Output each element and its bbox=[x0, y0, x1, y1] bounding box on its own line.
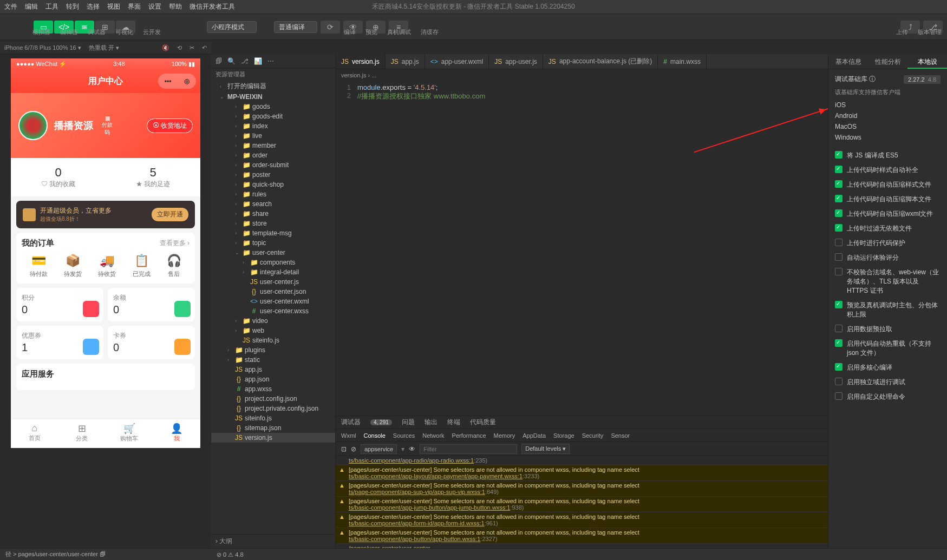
avatar[interactable] bbox=[18, 111, 48, 140]
tab-item[interactable]: ⌂首页 bbox=[11, 419, 58, 448]
search-tree-icon[interactable]: 🔍 bbox=[227, 57, 236, 65]
checkbox[interactable] bbox=[835, 209, 842, 217]
cards-box[interactable]: 卡券0 bbox=[108, 326, 195, 359]
menu-item[interactable]: 文件 bbox=[4, 2, 17, 11]
editor-tab[interactable]: JSapp-user.js bbox=[489, 54, 543, 69]
tree-node[interactable]: #app.wxss bbox=[211, 384, 335, 394]
setting-checkbox-row[interactable]: 上传代码时自动压缩脚本文件 bbox=[828, 192, 947, 207]
checkbox[interactable] bbox=[835, 180, 842, 188]
tree-node[interactable]: ›📁poster bbox=[211, 170, 335, 180]
menu-item[interactable]: 帮助 bbox=[169, 2, 182, 11]
capsule-button[interactable]: •••◎ bbox=[158, 74, 196, 89]
editor-tab[interactable]: JSapp-account-balance.js (已删除) bbox=[543, 54, 658, 69]
tree-node[interactable]: {}app.json bbox=[211, 374, 335, 384]
editor-tab-active[interactable]: JSversion.js bbox=[336, 54, 386, 69]
tab-item[interactable]: ⊞分类 bbox=[58, 419, 106, 448]
menu-item[interactable]: 微信开发者工具 bbox=[190, 2, 235, 11]
vip-open-button[interactable]: 立即开通 bbox=[152, 208, 188, 221]
order-item[interactable]: 🎧售后 bbox=[167, 254, 181, 278]
eye-icon[interactable]: 👁 bbox=[409, 445, 415, 453]
tree-node[interactable]: #user-center.wxss bbox=[211, 306, 335, 316]
console-warning[interactable]: [pages/user-center/user-center] Some sel… bbox=[336, 481, 828, 497]
tree-node[interactable]: ›📁rules bbox=[211, 189, 335, 199]
menu-item[interactable]: 界面 bbox=[128, 2, 141, 11]
checkbox[interactable] bbox=[835, 378, 842, 385]
menu-item[interactable]: 编辑 bbox=[25, 2, 38, 11]
tree-node[interactable]: ›📁static bbox=[211, 355, 335, 365]
status-errors[interactable]: ⊘ 0 ⚠ 4.8 bbox=[217, 551, 244, 558]
tab-problems[interactable]: 问题 bbox=[402, 418, 415, 427]
tab-terminal[interactable]: 终端 bbox=[447, 418, 460, 427]
menu-item[interactable]: 工具 bbox=[45, 2, 58, 11]
files-icon[interactable]: 🗐 bbox=[215, 57, 222, 65]
points-box[interactable]: 积分0 bbox=[16, 288, 103, 321]
status-path[interactable]: 径 > pages/user-center/user-center 🗐 bbox=[5, 550, 106, 558]
tree-node[interactable]: ›📁index bbox=[211, 121, 335, 131]
devtools-tab[interactable]: Memory bbox=[494, 432, 515, 439]
tree-node[interactable]: JSsiteinfo.js bbox=[211, 413, 335, 423]
tree-node[interactable]: ›📁components bbox=[211, 258, 335, 267]
tree-node[interactable]: ›📁search bbox=[211, 199, 335, 209]
mode-select[interactable]: 小程序模式 bbox=[207, 21, 257, 33]
tree-node[interactable]: ›📁share bbox=[211, 209, 335, 219]
tree-node[interactable]: ›📁goods-edit bbox=[211, 111, 335, 121]
setting-checkbox-row[interactable]: 启用代码自动热重载（不支持 json 文件） bbox=[828, 337, 947, 360]
compile-select[interactable]: 普通编译 bbox=[274, 21, 317, 33]
tree-node[interactable]: ›📁order-submit bbox=[211, 160, 335, 170]
tab-basic-info[interactable]: 基本信息 bbox=[828, 54, 868, 69]
code-editor[interactable]: 1module.exports = '4.5.14'; 2//播播资源授权接口独… bbox=[336, 81, 828, 416]
devtools-tab[interactable]: Wxml bbox=[341, 432, 356, 439]
vip-banner[interactable]: 开通超级会员，立省更多超值全场8.8折！ 立即开通 bbox=[16, 201, 195, 228]
editor-tab[interactable]: JSapp.js bbox=[386, 54, 425, 69]
tree-node[interactable]: ›📁live bbox=[211, 131, 335, 141]
devtools-tab[interactable]: AppData bbox=[523, 432, 546, 439]
menu-item[interactable]: 设置 bbox=[148, 2, 161, 11]
tab-perf[interactable]: 性能分析 bbox=[868, 54, 907, 69]
tab-quality[interactable]: 代码质量 bbox=[470, 418, 496, 427]
menu-item[interactable]: 视图 bbox=[107, 2, 120, 11]
order-item[interactable]: 🚚待收货 bbox=[98, 254, 116, 278]
tree-open-editors[interactable]: ›打开的编辑器 bbox=[211, 81, 335, 92]
tree-node[interactable]: {}sitemap.json bbox=[211, 423, 335, 433]
tree-node[interactable]: ›📁template-msg bbox=[211, 228, 335, 238]
address-button[interactable]: ⦿ 收货地址 bbox=[147, 118, 193, 133]
tree-root[interactable]: ⌄MP-WEIXIN bbox=[211, 92, 335, 102]
levels-select[interactable]: Default levels ▾ bbox=[521, 444, 570, 454]
setting-checkbox-row[interactable]: 启用独立域进行调试 bbox=[828, 375, 947, 390]
tree-node[interactable]: ›📁quick-shop bbox=[211, 180, 335, 189]
checkbox[interactable] bbox=[835, 166, 842, 173]
lib-version-select[interactable]: 2.27.2 4.8 bbox=[904, 75, 941, 84]
coupon-box[interactable]: 优惠券1 bbox=[16, 326, 103, 359]
setting-checkbox-row[interactable]: 预览及真机调试时主包、分包体积上限 bbox=[828, 298, 947, 322]
setting-checkbox-row[interactable]: 上传时进行代码保护 bbox=[828, 236, 947, 251]
tab-debugger[interactable]: 调试器 bbox=[341, 418, 361, 427]
tree-node[interactable]: ›📁goods bbox=[211, 102, 335, 111]
tab-item[interactable]: 🛒购物车 bbox=[106, 419, 153, 448]
setting-checkbox-row[interactable]: 启用自定义处理命令 bbox=[828, 390, 947, 404]
tree-node[interactable]: ›📁store bbox=[211, 219, 335, 228]
editor-tab[interactable]: #main.wxss bbox=[658, 54, 707, 69]
tree-node[interactable]: ›📁member bbox=[211, 141, 335, 150]
editor-tab[interactable]: <>app-user.wxml bbox=[425, 54, 489, 69]
devtools-tab[interactable]: Console bbox=[364, 432, 386, 439]
console-message[interactable]: ts/basic-component/app-radio/app-radio.w… bbox=[336, 456, 828, 465]
order-item[interactable]: 💳待付款 bbox=[30, 254, 48, 278]
tree-node[interactable]: ›📁integral-detail bbox=[211, 267, 335, 277]
tree-node[interactable]: {}user-center.json bbox=[211, 287, 335, 297]
checkbox[interactable] bbox=[835, 339, 842, 347]
balance-box[interactable]: 余额0 bbox=[108, 288, 195, 321]
devtools-tab[interactable]: Network bbox=[422, 432, 444, 439]
order-item[interactable]: 📋已完成 bbox=[133, 254, 151, 278]
tree-node[interactable]: JSsiteinfo.js bbox=[211, 335, 335, 345]
tree-node[interactable]: ›📁topic bbox=[211, 238, 335, 248]
tree-node[interactable]: JSversion.js bbox=[211, 433, 335, 443]
filter-input[interactable] bbox=[420, 444, 517, 454]
tab-item[interactable]: 👤我 bbox=[153, 419, 201, 448]
checkbox[interactable] bbox=[835, 325, 842, 332]
tree-node[interactable]: ›📁video bbox=[211, 316, 335, 326]
pay-qr-icon[interactable]: ▦付款码 bbox=[100, 115, 115, 136]
context-select[interactable]: appservice bbox=[361, 444, 397, 454]
back-icon[interactable]: ↶ bbox=[202, 44, 207, 51]
setting-checkbox-row[interactable]: 启用多核心编译 bbox=[828, 360, 947, 375]
stat-footprints[interactable]: 5★ 我的足迹 bbox=[106, 158, 200, 196]
